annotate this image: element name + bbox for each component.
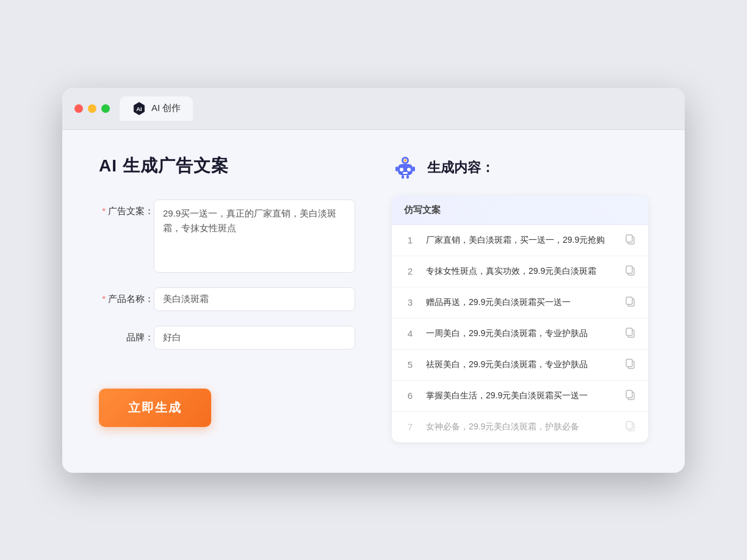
title-bar: AI AI 创作 [62, 88, 685, 130]
copy-icon[interactable] [625, 389, 636, 403]
result-row: 2专抹女性斑点，真实功效，29.9元美白淡斑霜 [392, 256, 648, 287]
ai-tab[interactable]: AI AI 创作 [120, 96, 193, 121]
row-text: 专抹女性斑点，真实功效，29.9元美白淡斑霜 [426, 265, 615, 278]
result-row: 6掌握美白生活，29.9元美白淡斑霜买一送一 [392, 381, 648, 412]
svg-rect-20 [626, 328, 632, 336]
svg-point-5 [400, 168, 403, 171]
svg-rect-22 [626, 359, 632, 367]
ad-copy-label: *广告文案： [99, 199, 154, 217]
svg-rect-9 [413, 167, 415, 171]
close-button[interactable] [74, 104, 83, 113]
svg-text:AI: AI [136, 106, 142, 112]
result-row: 4一周美白，29.9元美白淡斑霜，专业护肤品 [392, 318, 648, 350]
left-panel: AI 生成广告文案 *广告文案： 29.9买一送一，真正的厂家直销，美白淡斑霜，… [99, 154, 355, 442]
generate-button[interactable]: 立即生成 [99, 389, 211, 427]
result-row: 3赠品再送，29.9元美白淡斑霜买一送一 [392, 287, 648, 318]
right-title: 生成内容： [427, 159, 494, 177]
copy-icon[interactable] [625, 234, 636, 247]
svg-rect-11 [406, 175, 409, 179]
brand-group: 品牌： [99, 326, 355, 350]
svg-rect-18 [626, 297, 632, 304]
right-header: 生成内容： [392, 154, 648, 181]
maximize-button[interactable] [101, 104, 110, 113]
copy-icon[interactable] [625, 420, 636, 434]
copy-icon[interactable] [625, 265, 636, 278]
row-number: 3 [404, 297, 416, 307]
tab-label: AI 创作 [151, 102, 181, 114]
copy-icon[interactable] [625, 358, 636, 372]
row-text: 厂家直销，美白淡斑霜，买一送一，29.9元抢购 [426, 234, 615, 246]
copy-icon[interactable] [625, 296, 636, 309]
row-number: 5 [404, 359, 416, 370]
row-text: 女神必备，29.9元美白淡斑霜，护肤必备 [426, 420, 615, 433]
result-row: 5祛斑美白，29.9元美白淡斑霜，专业护肤品 [392, 350, 648, 381]
product-name-input[interactable] [154, 287, 355, 311]
required-star-2: * [102, 293, 106, 304]
ad-copy-input[interactable]: 29.9买一送一，真正的厂家直销，美白淡斑霜，专抹女性斑点 [154, 199, 355, 273]
row-number: 1 [404, 235, 416, 245]
svg-rect-14 [626, 235, 632, 242]
row-text: 赠品再送，29.9元美白淡斑霜买一送一 [426, 296, 615, 309]
minimize-button[interactable] [88, 104, 96, 113]
copy-icon[interactable] [625, 327, 636, 340]
row-number: 6 [404, 390, 416, 401]
row-number: 4 [404, 328, 416, 339]
robot-icon [392, 154, 419, 181]
svg-rect-10 [402, 175, 404, 179]
result-row: 1厂家直销，美白淡斑霜，买一送一，29.9元抢购 [392, 225, 648, 256]
row-text: 一周美白，29.9元美白淡斑霜，专业护肤品 [426, 327, 615, 340]
ad-copy-group: *广告文案： 29.9买一送一，真正的厂家直销，美白淡斑霜，专抹女性斑点 [99, 199, 355, 273]
brand-input[interactable] [154, 326, 355, 350]
page-title: AI 生成广告文案 [99, 154, 355, 178]
required-star-1: * [102, 206, 106, 216]
svg-rect-26 [626, 422, 632, 429]
results-header: 仿写文案 [392, 196, 648, 225]
svg-rect-16 [626, 266, 632, 273]
product-name-label: *产品名称： [99, 287, 154, 305]
results-container: 仿写文案 1厂家直销，美白淡斑霜，买一送一，29.9元抢购2专抹女性斑点，真实功… [392, 196, 648, 442]
svg-rect-8 [395, 167, 398, 171]
row-text: 掌握美白生活，29.9元美白淡斑霜买一送一 [426, 389, 615, 402]
traffic-lights [74, 104, 110, 113]
product-name-group: *产品名称： [99, 287, 355, 311]
browser-window: AI AI 创作 AI 生成广告文案 *广告文案： 29.9买一送一，真正的厂家… [62, 88, 685, 473]
svg-point-12 [404, 159, 406, 162]
row-text: 祛斑美白，29.9元美白淡斑霜，专业护肤品 [426, 358, 615, 371]
row-number: 2 [404, 266, 416, 276]
svg-rect-7 [403, 172, 408, 174]
right-panel: 生成内容： 仿写文案 1厂家直销，美白淡斑霜，买一送一，29.9元抢购2专抹女性… [392, 154, 648, 442]
ai-tab-icon: AI [132, 101, 146, 116]
svg-point-6 [407, 168, 411, 171]
results-list: 1厂家直销，美白淡斑霜，买一送一，29.9元抢购2专抹女性斑点，真实功效，29.… [392, 225, 648, 442]
svg-rect-24 [626, 390, 632, 398]
row-number: 7 [404, 422, 416, 432]
brand-label: 品牌： [99, 326, 154, 343]
content-area: AI 生成广告文案 *广告文案： 29.9买一送一，真正的厂家直销，美白淡斑霜，… [62, 130, 685, 473]
result-row: 7女神必备，29.9元美白淡斑霜，护肤必备 [392, 412, 648, 442]
